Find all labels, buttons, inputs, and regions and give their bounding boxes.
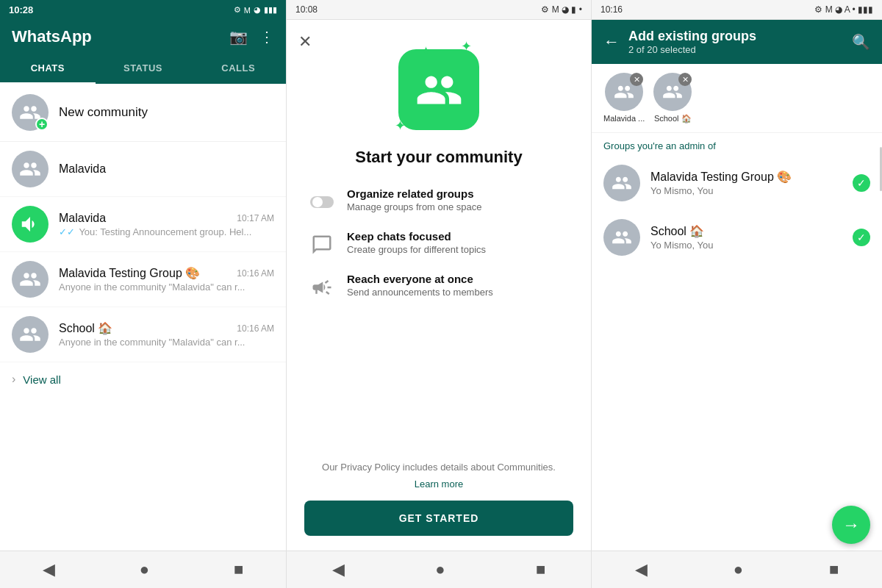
school-item[interactable]: School 🏠 10:16 AM Anyone in the communit… <box>0 307 286 362</box>
check-circle-2: ✓ <box>853 229 870 246</box>
school-name: School 🏠 <box>59 321 112 335</box>
malavida-testing-group-name: Malavida Testing Group 🎨 <box>650 170 842 184</box>
feature-announce-desc: Send announcements to members <box>347 287 493 298</box>
status-bar-1: 10:28 ⚙ M ◕ ▮▮▮ <box>0 0 286 20</box>
header-icons: 📷 ⋮ <box>229 28 274 46</box>
new-community-label: New community <box>59 105 148 120</box>
school-info: School 🏠 10:16 AM Anyone in the communit… <box>59 321 274 348</box>
malavida-testing-name: Malavida Testing Group 🎨 <box>59 266 200 280</box>
close-button[interactable]: ✕ <box>298 32 312 51</box>
get-started-button[interactable]: GET STARTED <box>304 501 573 536</box>
feature-chats-desc: Create groups for different topics <box>347 244 486 255</box>
malavida-avatar <box>12 206 49 243</box>
panel-add-groups: 10:16 ⚙ M ◕ A • ▮▮▮ ← Add existing group… <box>592 0 882 588</box>
camera-icon[interactable]: 📷 <box>229 28 248 46</box>
recent-nav-btn-3[interactable]: ■ <box>814 557 853 582</box>
malavida-testing-group-item[interactable]: Malavida Testing Group 🎨 Yo Mismo, You ✓ <box>592 156 882 210</box>
recent-nav-btn[interactable]: ■ <box>219 557 258 582</box>
school-group-item[interactable]: School 🏠 Yo Mismo, You ✓ <box>592 210 882 265</box>
feature-chats: Keep chats focused Create groups for dif… <box>309 230 569 258</box>
selected-chips-container: ✕ Malavida ... ✕ School 🏠 <box>592 64 882 133</box>
home-nav-btn[interactable]: ● <box>125 557 164 582</box>
school-name-row: School 🏠 10:16 AM <box>59 321 274 335</box>
back-nav-btn-2[interactable]: ◀ <box>318 557 359 582</box>
community-title: Start your community <box>355 148 522 167</box>
tab-status[interactable]: STATUS <box>96 54 191 84</box>
new-community-item[interactable]: + New community <box>0 84 286 142</box>
back-button[interactable]: ← <box>603 32 620 51</box>
view-all-item[interactable]: › View all <box>0 362 286 396</box>
panel-whatsapp-chats: 10:28 ⚙ M ◕ ▮▮▮ WhatsApp 📷 ⋮ CHATS STATU… <box>0 0 287 588</box>
group-icon <box>19 158 41 180</box>
malavida-testing-item[interactable]: Malavida Testing Group 🎨 10:16 AM Anyone… <box>0 252 286 307</box>
check-circle-1: ✓ <box>853 174 870 192</box>
community-large-svg <box>415 66 463 114</box>
chip-group-icon <box>614 82 634 102</box>
home-nav-btn-2[interactable]: ● <box>420 557 459 582</box>
new-community-avatar: + <box>12 94 49 131</box>
chevron-right-icon: › <box>12 373 15 386</box>
svg-point-1 <box>312 197 323 207</box>
tab-chats[interactable]: CHATS <box>0 54 96 84</box>
feature-organize-text: Organize related groups Manage groups fr… <box>347 187 482 212</box>
malavida-chat-item[interactable]: Malavida 10:17 AM ✓✓ You: Testing Announ… <box>0 197 286 252</box>
menu-icon[interactable]: ⋮ <box>259 28 274 46</box>
chat-name: Malavida <box>59 162 106 176</box>
community-content: ✦ ✦ ✦ Start your community Organize rela… <box>287 20 591 450</box>
malavida-testing-preview: Anyone in the community "Malavida" can r… <box>59 282 274 293</box>
sparkle-tr: ✦ <box>461 38 472 54</box>
time-2: 10:08 <box>295 4 318 15</box>
malavida-time: 10:17 AM <box>237 213 274 223</box>
back-nav-btn[interactable]: ◀ <box>28 557 70 582</box>
nav-bar-2: ◀ ● ■ <box>287 551 591 588</box>
malavida-testing-group-avatar <box>603 165 640 201</box>
chip-school-icon <box>662 82 683 102</box>
privacy-text: Our Privacy Policy includes details abou… <box>304 462 573 473</box>
malavida-community-info: Malavida <box>59 162 274 176</box>
recent-nav-btn-2[interactable]: ■ <box>521 557 560 582</box>
tab-calls[interactable]: CALLS <box>190 54 286 84</box>
time-3: 10:16 <box>600 4 623 15</box>
chip-school-avatar: ✕ <box>653 73 692 111</box>
status-bar-2: 10:08 ⚙ M ◕ ▮ • <box>287 0 591 20</box>
chip-malavida: ✕ Malavida ... <box>603 73 645 123</box>
panel3-subtitle: 2 of 20 selected <box>628 44 843 55</box>
chat-icon <box>309 232 335 258</box>
add-badge: + <box>35 118 49 131</box>
settings-icon: ⚙ <box>234 5 241 15</box>
chat-name-row: Malavida <box>59 162 274 176</box>
school-group-members: Yo Mismo, You <box>650 240 842 251</box>
tab-bar: CHATS STATUS CALLS <box>0 54 286 84</box>
search-button[interactable]: 🔍 <box>852 33 870 51</box>
speaker-icon <box>19 213 41 235</box>
panel3-title: Add existing groups <box>628 29 843 44</box>
fab-next-button[interactable]: → <box>832 506 870 544</box>
header-text: Add existing groups 2 of 20 selected <box>628 29 843 55</box>
malavida-testing-time: 10:16 AM <box>237 268 274 279</box>
feature-list: Organize related groups Manage groups fr… <box>309 187 569 315</box>
app-title: WhatsApp <box>12 27 92 46</box>
home-nav-btn-3[interactable]: ● <box>719 557 758 582</box>
school-group-avatar <box>603 219 640 256</box>
malavida-community-item[interactable]: Malavida <box>0 142 286 197</box>
malavida-testing-group-members: Yo Mismo, You <box>650 185 842 196</box>
panel2-footer: Our Privacy Policy includes details abou… <box>287 450 591 551</box>
status-bar-3: 10:16 ⚙ M ◕ A • ▮▮▮ <box>592 0 882 20</box>
learn-more-link[interactable]: Learn more <box>415 478 463 490</box>
feature-announce-title: Reach everyone at once <box>347 273 493 285</box>
status-icons-2: ⚙ M ◕ ▮ • <box>541 4 582 15</box>
nav-bar-1: ◀ ● ■ <box>0 551 286 588</box>
malavida-testing-group-info: Malavida Testing Group 🎨 Yo Mismo, You <box>650 170 842 196</box>
announce-icon <box>309 274 335 301</box>
sparkle-tl: ✦ <box>420 43 431 60</box>
school-avatar <box>12 316 49 353</box>
back-nav-btn-3[interactable]: ◀ <box>620 557 662 582</box>
feature-announce: Reach everyone at once Send announcement… <box>309 273 569 301</box>
chip-school: ✕ School 🏠 <box>653 73 692 123</box>
chip-malavida-remove[interactable]: ✕ <box>630 73 643 86</box>
view-all-label: View all <box>23 373 60 386</box>
chip-school-remove[interactable]: ✕ <box>678 73 692 86</box>
group2-icon <box>19 268 41 290</box>
chat-list: + New community Malavida <box>0 84 286 551</box>
school-group-icon <box>612 227 632 248</box>
